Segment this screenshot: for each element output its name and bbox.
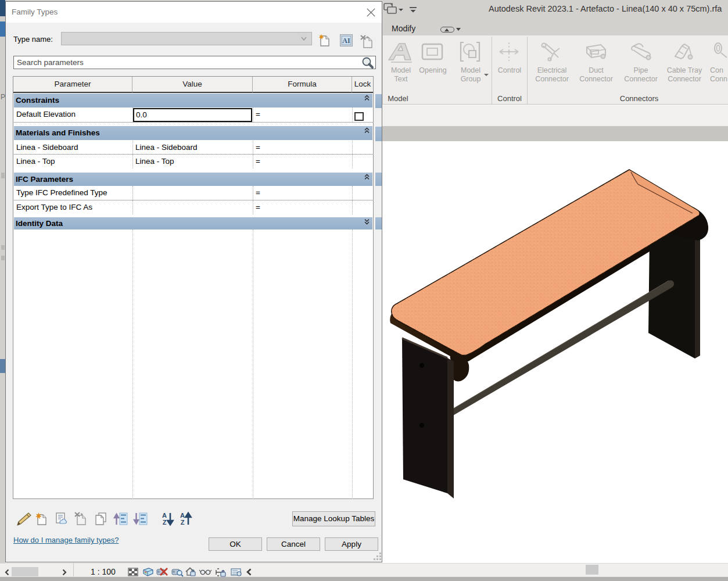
svg-text:Z: Z — [163, 519, 167, 526]
svg-text:A: A — [180, 512, 185, 519]
svg-text:AI: AI — [342, 37, 350, 45]
svg-text:A: A — [162, 512, 167, 519]
svg-text:Z: Z — [181, 519, 185, 526]
